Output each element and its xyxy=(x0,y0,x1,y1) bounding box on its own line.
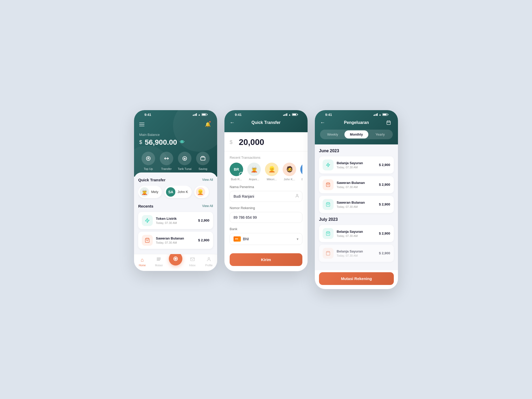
notification-button[interactable]: 🔔 xyxy=(204,120,212,129)
status-time: 9:41 xyxy=(144,113,151,117)
qt-item-johnk[interactable]: SA John K xyxy=(164,186,191,198)
expense-item-3[interactable]: Saweran Bulanan Today, 07.30 AM $ 2,900 xyxy=(319,196,394,213)
tarik-button[interactable] xyxy=(178,152,191,165)
tx-avatar-budir2[interactable]: ST Budi R... xyxy=(300,163,302,181)
calendar-icon[interactable] xyxy=(384,118,393,127)
amount-input[interactable] xyxy=(239,137,308,147)
chevron-down-icon: ▾ xyxy=(297,237,298,241)
expense-name-3: Saweran Bulanan xyxy=(337,201,376,204)
expense-back-button[interactable]: ← xyxy=(320,119,325,125)
qt-item-mely[interactable]: 🧝 Mely xyxy=(138,186,162,198)
action-transfer[interactable]: Transfer xyxy=(160,152,173,170)
recent-item-token[interactable]: Token Listrik Today, 07.30 AM $ 2,900 xyxy=(138,212,213,229)
july-expense-list: Belanja Sayuran Today, 07.30 AM $ 2,900 xyxy=(319,225,394,262)
signal-icon-3 xyxy=(374,113,378,116)
recent-amount-token: $ 2,900 xyxy=(198,218,209,222)
june-section: June 2023 Belanja Sayuran Today, 07.30 A… xyxy=(319,149,394,213)
action-tarik[interactable]: Tarik Tunai xyxy=(178,152,191,170)
nav-home[interactable]: ⌂ Home xyxy=(136,257,149,267)
tx-avatar-anjani[interactable]: 🧝 Anjani... xyxy=(247,163,261,181)
recipient-input-wrapper xyxy=(230,191,302,202)
svg-text:BNI: BNI xyxy=(235,238,238,240)
recents-view-all[interactable]: View All xyxy=(202,204,213,208)
status-bar-3: 9:41 ▲ xyxy=(320,110,393,118)
qt-item-extra[interactable]: 👱 xyxy=(194,186,209,198)
expense-header: 9:41 ▲ ← Pengeluaran xyxy=(315,110,398,144)
wifi-icon: ▲ xyxy=(198,113,201,116)
tab-monthly[interactable]: Monthly xyxy=(344,130,368,138)
account-input-wrapper xyxy=(230,212,302,223)
account-input[interactable] xyxy=(230,212,302,223)
nav-profile[interactable]: Profile xyxy=(202,257,215,267)
svg-point-14 xyxy=(208,257,210,259)
mutasi-rekening-button[interactable]: Mutasi Rekening xyxy=(319,272,394,285)
bank-group: Bank BNI BNI ▾ xyxy=(230,227,302,245)
signal-icon-2 xyxy=(283,113,288,116)
qt-name-mely: Mely xyxy=(151,190,158,194)
expense-item-1[interactable]: Belanja Sayuran Today, 07.30 AM $ 2,900 xyxy=(319,156,394,174)
nav-mutasi[interactable]: Mutasi xyxy=(152,257,165,267)
qt-view-all[interactable]: View All xyxy=(202,178,213,182)
kirim-button[interactable]: Kirim xyxy=(230,253,302,266)
tx-avatar-budi[interactable]: BR ✓ Budi R... xyxy=(230,163,243,181)
nav-home-label: Home xyxy=(139,264,146,267)
eye-icon[interactable]: 👁 xyxy=(180,139,184,145)
status-time-2: 9:41 xyxy=(235,113,242,117)
expense-icon-july-2 xyxy=(323,248,334,259)
tx-name-budir2: Budi R... xyxy=(302,178,302,181)
tx-avatars: BR ✓ Budi R... 🧝 Anjani... 👱 xyxy=(230,163,302,181)
june-expense-list: Belanja Sayuran Today, 07.30 AM $ 2,900 xyxy=(319,156,394,213)
tx-avatar-mikori[interactable]: 👱 Mikori... xyxy=(265,163,278,181)
account-group: Nomor Rekening xyxy=(230,206,302,223)
recent-info-token: Token Listrik Today, 07.30 AM xyxy=(156,217,195,224)
expense-name-2: Saweran Bulanan xyxy=(337,181,376,185)
expense-item-july-1[interactable]: Belanja Sayuran Today, 07.30 AM $ 2,900 xyxy=(319,225,394,242)
expense-date-july-2: Today, 07.30 AM xyxy=(337,254,376,257)
recent-item-saweran[interactable]: Saweran Bulanan Today, 07.30 AM $ 2,900 xyxy=(138,232,213,249)
transfer-form: Nama Penerima Nomor Rekening xyxy=(224,185,308,245)
home-icon: ⌂ xyxy=(141,257,144,263)
svg-point-0 xyxy=(146,156,150,160)
battery-icon xyxy=(202,113,207,116)
status-bar: 9:41 ▲ xyxy=(139,110,212,118)
expense-item-2[interactable]: Saweran Bulanan Today, 07.30 AM $ 2,900 xyxy=(319,176,394,193)
back-button[interactable]: ← xyxy=(230,119,235,125)
transfer-page-title: Quick Transfer xyxy=(251,120,281,125)
topup-label: Top Up xyxy=(144,167,153,170)
nav-inbox[interactable]: Inbox xyxy=(186,257,199,267)
wifi-icon-2: ▲ xyxy=(288,113,291,116)
inbox-icon xyxy=(190,257,195,263)
mutasi-icon xyxy=(156,257,161,263)
expense-date-july-1: Today, 07.30 AM xyxy=(337,234,376,237)
expense-date-2: Today, 07.30 AM xyxy=(337,185,376,189)
expense-content: June 2023 Belanja Sayuran Today, 07.30 A… xyxy=(315,144,398,270)
expense-icon-1 xyxy=(323,159,334,170)
bank-label: Bank xyxy=(230,227,302,231)
topup-button[interactable] xyxy=(142,152,155,165)
expense-date-3: Today, 07.30 AM xyxy=(337,205,376,208)
bank-select[interactable]: BNI BNI ▾ xyxy=(230,233,302,245)
quick-transfer-header: Quick Transfer View All xyxy=(138,178,213,182)
expense-amount-july-2: $ 2,900 xyxy=(379,251,390,255)
tx-name-budi: Budi R... xyxy=(231,178,242,181)
action-saving[interactable]: Saving xyxy=(196,152,210,170)
recipient-input[interactable] xyxy=(230,191,302,202)
expense-info-2: Saweran Bulanan Today, 07.30 AM xyxy=(337,181,376,189)
menu-button[interactable] xyxy=(139,123,144,126)
tab-yearly[interactable]: Yearly xyxy=(368,130,392,138)
recent-info-saweran: Saweran Bulanan Today, 07.30 AM xyxy=(156,236,195,244)
nav-inbox-label: Inbox xyxy=(189,264,195,267)
nav-profile-label: Profile xyxy=(205,264,212,267)
recent-name-token: Token Listrik xyxy=(156,217,195,221)
action-topup[interactable]: Top Up xyxy=(142,152,155,170)
quick-actions: Top Up Transfer Ta xyxy=(139,152,212,170)
saving-button[interactable] xyxy=(196,152,210,165)
tx-avatar-john[interactable]: 🧔 John K... xyxy=(283,163,296,181)
expense-item-july-2[interactable]: Belanja Sayuran Today, 07.30 AM $ 2,900 xyxy=(319,245,394,262)
transfer-button[interactable] xyxy=(160,152,173,165)
notification-dot xyxy=(209,121,211,123)
bottom-nav: ⌂ Home Mutasi xyxy=(134,254,217,271)
tab-weekly[interactable]: Weekly xyxy=(321,130,344,138)
svg-rect-7 xyxy=(157,258,161,258)
quick-transfer-list: 🧝 Mely SA John K 👱 xyxy=(138,186,213,199)
